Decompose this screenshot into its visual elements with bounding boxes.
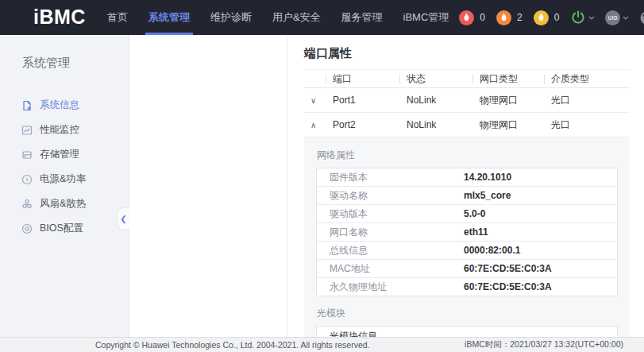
line-chart-icon <box>21 125 33 136</box>
sidebar-item-power[interactable]: 电源&功率 <box>0 167 129 191</box>
sidebar-item-label: 性能监控 <box>40 123 79 137</box>
table-row: 永久物理地址 60:7E:CD:5E:C0:3A <box>317 278 617 296</box>
storage-icon <box>21 149 33 161</box>
uid-icon: UID <box>605 10 620 25</box>
table-row-port1[interactable]: ∨ Port1 NoLink 物理网口 光口 <box>304 88 630 113</box>
alarm-minor[interactable]: 0 <box>534 10 560 25</box>
critical-alarm-count: 0 <box>480 12 485 23</box>
field-value: 5.0-0 <box>464 208 617 219</box>
fan-icon <box>21 199 33 210</box>
nav-item-home[interactable]: 首页 <box>97 0 138 35</box>
cell-port-type: 物理网口 <box>472 118 544 132</box>
language-dropdown[interactable]: 中文 <box>639 3 644 32</box>
sidebar-item-fan-cooling[interactable]: 风扇&散热 <box>0 191 129 216</box>
alarm-critical[interactable]: 0 <box>459 10 485 25</box>
nav-item-service-management[interactable]: 服务管理 <box>331 0 393 35</box>
page-body: 系统管理 系统信息 性能监控 存储管理 <box>0 35 644 352</box>
sidebar-item-storage-management[interactable]: 存储管理 <box>0 142 129 167</box>
network-attributes-table: 固件版本 14.20.1010 驱动名称 mlx5_core 驱动版本 5.0-… <box>316 168 618 296</box>
uid-indicator-dropdown[interactable]: UID <box>605 10 629 25</box>
cell-port: Port1 <box>326 95 399 106</box>
cell-port-type: 物理网口 <box>472 94 544 107</box>
column-header-status: 状态 <box>399 72 472 86</box>
field-label: 驱动版本 <box>317 207 464 221</box>
cell-port: Port2 <box>326 119 399 130</box>
major-alarm-icon <box>496 10 511 25</box>
column-header-port-type: 网口类型 <box>472 72 544 86</box>
table-row: MAC地址 60:7E:CD:5E:C0:3A <box>317 260 617 278</box>
ibmc-time-value: 2021/03/27 13:32(UTC+00:00) <box>510 339 623 349</box>
table-row-port2[interactable]: ∧ Port2 NoLink 物理网口 光口 <box>304 113 630 137</box>
cell-media-type: 光口 <box>544 94 630 107</box>
main-content: 端口属性 端口 状态 网口类型 介质类型 ∨ Port1 NoLink 物理网口… <box>287 35 644 352</box>
network-attributes-title: 网络属性 <box>317 149 618 162</box>
sidebar-item-label: BIOS配置 <box>40 222 83 235</box>
column-header-media-type: 介质类型 <box>544 72 630 86</box>
expand-chevron-icon[interactable]: ∨ <box>304 96 326 105</box>
optical-module-title: 光模块 <box>317 307 618 320</box>
cell-media-type: 光口 <box>544 118 630 132</box>
field-label: MAC地址 <box>317 262 464 276</box>
field-label: 固件版本 <box>317 171 464 184</box>
power-meter-icon <box>21 174 33 185</box>
sidebar: 系统管理 系统信息 性能监控 存储管理 <box>0 35 129 352</box>
port-table: 端口 状态 网口类型 介质类型 ∨ Port1 NoLink 物理网口 光口 ∧… <box>304 69 630 352</box>
minor-alarm-icon <box>534 10 549 25</box>
sidebar-item-bios-config[interactable]: BIOS配置 <box>0 216 129 241</box>
bios-icon <box>21 223 33 234</box>
table-row: 总线信息 0000:82:00.1 <box>317 242 617 260</box>
sidebar-title: 系统管理 <box>22 56 129 71</box>
collapse-chevron-icon[interactable]: ∧ <box>304 121 326 130</box>
field-label: 驱动名称 <box>317 189 464 203</box>
sidebar-item-label: 风扇&散热 <box>40 197 86 211</box>
port2-detail-panel: 网络属性 固件版本 14.20.1010 驱动名称 mlx5_core 驱动版本 <box>304 137 630 352</box>
field-label: 总线信息 <box>317 244 464 257</box>
sidebar-item-system-info[interactable]: 系统信息 <box>0 93 129 118</box>
table-row: 驱动名称 mlx5_core <box>317 187 617 205</box>
field-value: 60:7E:CD:5E:C0:3A <box>464 263 617 274</box>
chevron-down-icon <box>588 16 595 20</box>
field-value: eth11 <box>464 226 617 238</box>
main-menu: 首页 系统管理 维护诊断 用户&安全 服务管理 iBMC管理 <box>97 0 459 35</box>
column-header-port: 端口 <box>326 72 399 86</box>
table-row: 网口名称 eth11 <box>317 223 617 242</box>
table-row: 驱动版本 5.0-0 <box>317 205 617 223</box>
secondary-panel <box>129 35 287 352</box>
field-value: 60:7E:CD:5E:C0:3A <box>464 281 617 292</box>
table-row: 固件版本 14.20.1010 <box>317 168 617 187</box>
footer: Copyright © Huawei Technologies Co., Ltd… <box>0 337 644 352</box>
ibmc-time: iBMC时间：2021/03/27 13:32(UTC+00:00) <box>465 339 623 350</box>
copyright-text: Copyright © Huawei Technologies Co., Ltd… <box>95 340 370 350</box>
ibmc-app: iBMC 首页 系统管理 维护诊断 用户&安全 服务管理 iBMC管理 0 2 <box>0 0 644 352</box>
top-navbar: iBMC 首页 系统管理 维护诊断 用户&安全 服务管理 iBMC管理 0 2 <box>0 0 644 35</box>
sidebar-item-label: 电源&功率 <box>40 172 86 186</box>
power-icon <box>570 10 586 25</box>
sidebar-item-label: 系统信息 <box>40 99 79 112</box>
nav-item-system-management[interactable]: 系统管理 <box>138 0 200 35</box>
minor-alarm-count: 0 <box>554 12 560 23</box>
document-icon <box>21 100 33 111</box>
cell-status: NoLink <box>399 119 472 130</box>
major-alarm-count: 2 <box>517 12 523 23</box>
field-value: 14.20.1010 <box>464 172 617 183</box>
field-value: 0000:82:00.1 <box>464 245 617 256</box>
nav-item-user-security[interactable]: 用户&安全 <box>262 0 331 35</box>
globe-icon <box>639 10 644 25</box>
field-label: 网口名称 <box>317 226 464 239</box>
chevron-down-icon <box>623 16 629 20</box>
alarm-major[interactable]: 2 <box>496 10 523 25</box>
ibmc-logo: iBMC <box>33 6 86 29</box>
cell-status: NoLink <box>399 95 472 106</box>
sidebar-item-label: 存储管理 <box>40 148 79 161</box>
power-control-dropdown[interactable] <box>570 10 595 25</box>
nav-item-ibmc-management[interactable]: iBMC管理 <box>393 0 460 35</box>
navbar-right-tools: 0 2 0 <box>459 3 644 32</box>
nav-item-maintenance-diagnosis[interactable]: 维护诊断 <box>200 0 262 35</box>
field-value: mlx5_core <box>464 190 617 201</box>
page-title: 端口属性 <box>304 46 644 61</box>
critical-alarm-icon <box>459 10 474 25</box>
ibmc-time-label: iBMC时间： <box>465 339 510 349</box>
port-table-header: 端口 状态 网口类型 介质类型 <box>304 69 630 88</box>
sidebar-collapse-button[interactable]: ❮ <box>117 207 129 230</box>
sidebar-item-performance-monitor[interactable]: 性能监控 <box>0 118 129 142</box>
